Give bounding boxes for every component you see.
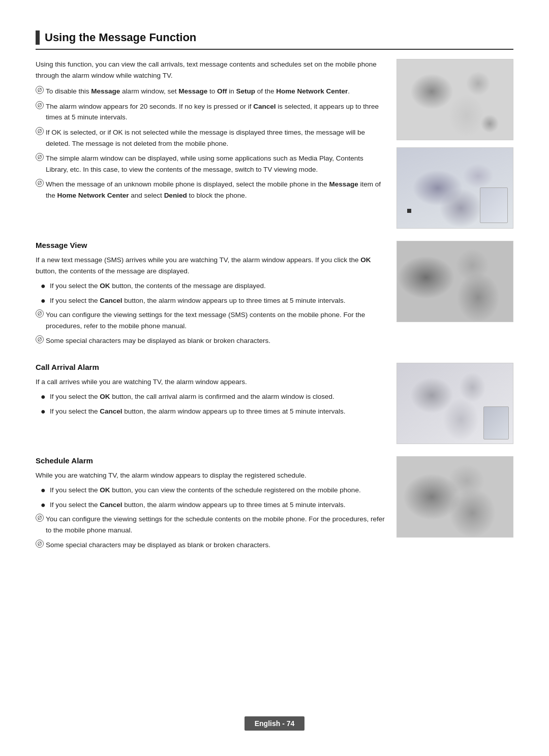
note-icon-1: Ø xyxy=(36,86,44,94)
note-icon-3: Ø xyxy=(36,127,44,135)
bullet-dot-1: ● xyxy=(41,280,48,292)
schedule-alarm-title: Schedule Alarm xyxy=(36,456,386,465)
image-2-content xyxy=(397,148,513,228)
device-image-3 xyxy=(396,241,513,322)
page-footer: English - 74 xyxy=(0,716,549,731)
image-4-content xyxy=(397,363,513,444)
note-icon-mv-1: Ø xyxy=(36,309,44,318)
section-header-bar xyxy=(36,30,40,45)
message-view-note-text-1: You can configure the viewing settings f… xyxy=(46,309,386,331)
intro-paragraph: Using this function, you can view the ca… xyxy=(36,59,386,81)
message-view-note-text-2: Some special characters may be displayed… xyxy=(46,335,386,346)
schedule-alarm-note-2: Ø Some special characters may be display… xyxy=(36,540,386,551)
schedule-alarm-note-text-2: Some special characters may be displayed… xyxy=(46,540,386,551)
call-arrival-bullet-text-1: If you select the OK button, the call ar… xyxy=(50,391,386,402)
bullet-dot-ca-2: ● xyxy=(41,406,48,417)
message-view-bullet-text-2: If you select the Cancel button, the ala… xyxy=(50,295,386,306)
note-icon-4: Ø xyxy=(36,153,44,161)
message-view-bullet-1: ● If you select the OK button, the conte… xyxy=(36,280,386,292)
image-1-content xyxy=(397,59,513,140)
call-arrival-bullet-text-2: If you select the Cancel button, the ala… xyxy=(50,406,386,417)
bullet-dot-ca-1: ● xyxy=(41,391,48,402)
schedule-alarm-bullet-text-2: If you select the Cancel button, the ala… xyxy=(50,499,386,511)
schedule-alarm-bullet-1: ● If you select the OK button, you can v… xyxy=(36,485,386,496)
call-arrival-text: Call Arrival Alarm If a call arrives whi… xyxy=(36,363,386,444)
device-small-1 xyxy=(480,187,508,223)
message-view-title: Message View xyxy=(36,241,386,249)
note-item-3: Ø If OK is selected, or if OK is not sel… xyxy=(36,127,386,149)
schedule-alarm-image-column xyxy=(396,456,513,555)
message-view-note-2: Ø Some special characters may be display… xyxy=(36,335,386,346)
call-arrival-bullet-1: ● If you select the OK button, the call … xyxy=(36,391,386,402)
note-icon-sa-1: Ø xyxy=(36,514,44,522)
main-content-area: Using this function, you can view the ca… xyxy=(36,59,513,229)
small-square-indicator xyxy=(407,209,411,213)
note-icon-mv-2: Ø xyxy=(36,335,44,343)
message-view-section: Message View If a new text message (SMS)… xyxy=(36,241,513,351)
note-text-3: If OK is selected, or if OK is not selec… xyxy=(46,127,386,149)
bullet-dot-2: ● xyxy=(41,295,48,306)
message-view-text: Message View If a new text message (SMS)… xyxy=(36,241,386,351)
section-header: Using the Message Function xyxy=(36,30,513,50)
call-arrival-section: Call Arrival Alarm If a call arrives whi… xyxy=(36,363,513,444)
schedule-alarm-text: Schedule Alarm While you are watching TV… xyxy=(36,456,386,555)
message-view-bullet-2: ● If you select the Cancel button, the a… xyxy=(36,295,386,306)
page-title: Using the Message Function xyxy=(45,31,196,44)
note-icon-2: Ø xyxy=(36,101,44,109)
message-view-intro: If a new text message (SMS) arrives whil… xyxy=(36,255,386,276)
schedule-alarm-bullet-2: ● If you select the Cancel button, the a… xyxy=(36,499,386,511)
device-image-2 xyxy=(396,147,513,229)
page-number-badge: English - 74 xyxy=(245,716,305,731)
note-text-5: When the message of an unknown mobile ph… xyxy=(46,179,386,201)
call-arrival-title: Call Arrival Alarm xyxy=(36,363,386,371)
schedule-alarm-note-1: Ø You can configure the viewing settings… xyxy=(36,514,386,536)
schedule-alarm-intro: While you are watching TV, the alarm win… xyxy=(36,470,386,481)
schedule-alarm-note-text-1: You can configure the viewing settings f… xyxy=(46,514,386,536)
page-wrapper: Using the Message Function Using this fu… xyxy=(0,0,549,756)
message-view-note-1: Ø You can configure the viewing settings… xyxy=(36,309,386,331)
schedule-alarm-section: Schedule Alarm While you are watching TV… xyxy=(36,456,513,555)
device-image-1 xyxy=(396,59,513,140)
note-text-1: To disable this Message alarm window, se… xyxy=(46,86,386,97)
device-image-5 xyxy=(396,456,513,538)
bullet-dot-sa-2: ● xyxy=(41,499,48,511)
note-item-5: Ø When the message of an unknown mobile … xyxy=(36,179,386,201)
call-arrival-bullet-2: ● If you select the Cancel button, the a… xyxy=(36,406,386,417)
top-images-column xyxy=(396,59,513,229)
image-5-content xyxy=(397,457,513,537)
bullet-dot-sa-1: ● xyxy=(41,485,48,496)
note-item-1: Ø To disable this Message alarm window, … xyxy=(36,86,386,97)
device-image-4 xyxy=(396,363,513,444)
note-text-2: The alarm window appears for 20 seconds.… xyxy=(46,101,386,123)
note-item-4: Ø The simple alarm window can be display… xyxy=(36,153,386,175)
note-text-4: The simple alarm window can be displayed… xyxy=(46,153,386,175)
schedule-alarm-bullet-text-1: If you select the OK button, you can vie… xyxy=(50,485,386,496)
note-icon-5: Ø xyxy=(36,179,44,187)
device-small-2 xyxy=(483,406,509,439)
message-view-bullet-text-1: If you select the OK button, the content… xyxy=(50,280,386,292)
intro-text-column: Using this function, you can view the ca… xyxy=(36,59,386,229)
note-icon-sa-2: Ø xyxy=(36,540,44,548)
note-item-2: Ø The alarm window appears for 20 second… xyxy=(36,101,386,123)
call-arrival-intro: If a call arrives while you are watching… xyxy=(36,376,386,388)
call-arrival-image-column xyxy=(396,363,513,444)
image-3-content xyxy=(397,241,513,322)
message-view-image-column xyxy=(396,241,513,351)
